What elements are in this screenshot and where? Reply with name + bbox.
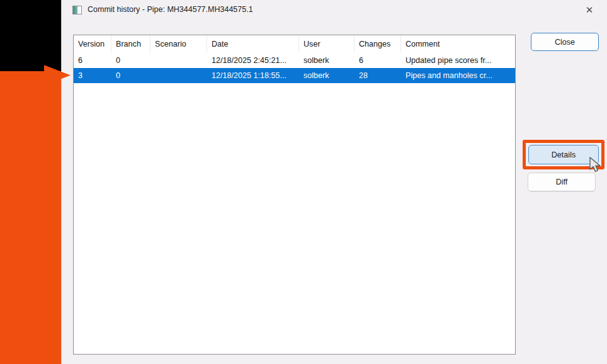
column-header-branch[interactable]: Branch (111, 35, 150, 53)
details-button[interactable]: Details (528, 145, 599, 164)
commit-history-table: Version Branch Scenario Date User Change… (73, 35, 516, 355)
orange-annotation-bar (0, 71, 61, 364)
column-header-comment[interactable]: Comment (401, 35, 515, 53)
column-header-date[interactable]: Date (207, 35, 299, 53)
title-bar[interactable]: Commit history - Pipe: MH344577.MH344575… (62, 0, 607, 20)
cell-user: solberk (299, 68, 355, 83)
cell-version: 6 (74, 53, 111, 68)
column-header-user[interactable]: User (299, 35, 355, 53)
black-redaction-block (0, 0, 61, 71)
table-header-row: Version Branch Scenario Date User Change… (74, 35, 515, 53)
cell-user: solberk (299, 53, 355, 68)
cell-branch: 0 (111, 53, 150, 68)
app-window-icon (72, 6, 82, 14)
cell-scenario (150, 53, 207, 68)
close-button[interactable]: Close (531, 33, 599, 51)
mouse-cursor-icon (589, 157, 603, 174)
cell-comment: Updated pipe scores fr... (401, 53, 515, 68)
cell-date: 12/18/2025 1:18:55... (207, 68, 299, 83)
cell-date: 12/18/2025 2:45:21... (207, 53, 299, 68)
dialog-title: Commit history - Pipe: MH344577.MH344575… (88, 5, 253, 14)
cell-changes: 6 (355, 53, 401, 68)
close-icon[interactable]: ✕ (576, 0, 603, 20)
column-header-version[interactable]: Version (74, 35, 111, 53)
diff-button[interactable]: Diff (528, 173, 596, 191)
cell-comment: Pipes and manholes cr... (401, 68, 515, 83)
cell-version: 3 (74, 68, 111, 83)
cell-changes: 28 (355, 68, 401, 83)
table-row-selected[interactable]: 3 0 12/18/2025 1:18:55... solberk 28 Pip… (74, 68, 515, 83)
column-header-changes[interactable]: Changes (355, 35, 401, 53)
table-row[interactable]: 6 0 12/18/2025 2:45:21... solberk 6 Upda… (74, 53, 515, 68)
column-header-scenario[interactable]: Scenario (150, 35, 207, 53)
cell-branch: 0 (111, 68, 150, 83)
commit-history-dialog: Commit history - Pipe: MH344577.MH344575… (61, 0, 607, 364)
cell-scenario (150, 68, 207, 83)
